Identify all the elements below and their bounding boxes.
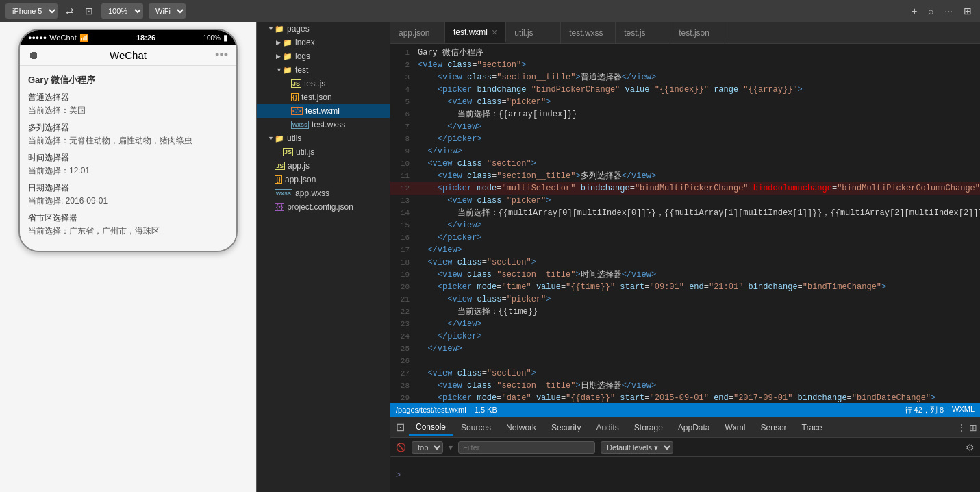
devtools-more-icon[interactable]: ⋮ bbox=[957, 422, 966, 433]
wifi-icon: 📶 bbox=[79, 34, 89, 42]
code-line-5: 5 <view class="picker"> bbox=[390, 96, 980, 108]
phone-content: Gary 微信小程序 普通选择器 当前选择：美国 多列选择器 当前选择：无脊柱动… bbox=[20, 66, 236, 251]
code-line-1: 1 Gary 微信小程序 bbox=[390, 47, 980, 59]
devtools-inspect-icon[interactable]: ⊡ bbox=[393, 419, 407, 435]
levels-select[interactable]: Default levels ▾ bbox=[601, 441, 673, 454]
dock-button[interactable]: ⊞ bbox=[961, 4, 975, 18]
devtool-tab-audits[interactable]: Audits bbox=[589, 420, 625, 435]
devtools-dock-icon[interactable]: ⊞ bbox=[969, 422, 977, 433]
maximize-button[interactable]: ⊡ bbox=[82, 4, 96, 18]
nav-dots-icon: ••• bbox=[215, 48, 228, 62]
filesize-label: 1.5 KB bbox=[475, 406, 497, 414]
devtool-tab-sources[interactable]: Sources bbox=[454, 420, 498, 435]
code-line-4: 4 <picker bindchange="bindPickerChange" … bbox=[390, 84, 980, 96]
filepath-label: /pages/test/test.wxml bbox=[396, 406, 466, 414]
folder-logs-label: logs bbox=[295, 51, 310, 61]
code-line-10: 10 <view class="section"> bbox=[390, 158, 980, 170]
console-clear-icon[interactable]: 🚫 bbox=[396, 443, 406, 452]
tab-test-wxml-label: test.wxml bbox=[453, 27, 488, 37]
item-normal-selector-value: 当前选择：美国 bbox=[28, 105, 228, 116]
file-test-wxml-label: test.wxml bbox=[305, 106, 340, 116]
code-line-27: 27 <view class="section"> bbox=[390, 367, 980, 380]
battery-icon: ▮ bbox=[223, 33, 228, 42]
code-line-23: 23 </view> bbox=[390, 318, 980, 330]
code-area[interactable]: 1 Gary 微信小程序 2 <view class="section"> 3 … bbox=[390, 44, 980, 403]
file-app-wxss[interactable]: wxss app.wxss bbox=[257, 186, 390, 200]
tab-app-json-label: app.json bbox=[399, 28, 429, 38]
code-line-15: 15 </view> bbox=[390, 219, 980, 232]
tab-app-json[interactable]: app.json bbox=[390, 22, 445, 43]
file-app-js[interactable]: JS app.js bbox=[257, 159, 390, 173]
file-test-wxss[interactable]: wxss test.wxss bbox=[257, 118, 390, 132]
tab-test-json[interactable]: test.json bbox=[670, 22, 725, 43]
folder-logs[interactable]: ▶📁 logs bbox=[257, 49, 390, 63]
devtool-tab-trace[interactable]: Trace bbox=[795, 420, 829, 435]
record-button: ⏺ bbox=[28, 49, 39, 62]
more-button[interactable]: ··· bbox=[942, 4, 955, 18]
devtool-tab-storage[interactable]: Storage bbox=[627, 420, 670, 435]
item-time-selector-value: 当前选择：12:01 bbox=[28, 165, 228, 177]
folder-utils[interactable]: ▼📁 utils bbox=[257, 132, 390, 145]
code-line-11: 11 <view class="section__title">多列选择器</v… bbox=[390, 170, 980, 182]
devtool-tab-appdata[interactable]: AppData bbox=[671, 420, 717, 435]
tab-test-js[interactable]: test.js bbox=[616, 22, 670, 43]
add-button[interactable]: + bbox=[909, 4, 920, 18]
code-line-3: 3 <view class="section__title">普通选择器</vi… bbox=[390, 71, 980, 84]
file-panel: ▼📁 pages ▶📁 index ▶📁 logs ▼📁 test JS tes… bbox=[257, 22, 390, 492]
file-test-json[interactable]: {} test.json bbox=[257, 90, 390, 104]
zoom-selector[interactable]: 100% bbox=[101, 3, 143, 19]
phone-status-bar: ●●●●● WeChat 📶 18:26 100% ▮ bbox=[20, 30, 236, 45]
item-normal-selector-title: 普通选择器 bbox=[28, 92, 228, 103]
tab-util-js[interactable]: util.js bbox=[506, 22, 561, 43]
file-test-json-label: test.json bbox=[301, 93, 332, 102]
signal-icon: ●●●●● bbox=[28, 34, 47, 41]
code-line-9: 9 </view> bbox=[390, 145, 980, 158]
devtools-panel: ⊡ Console Sources Network Security Audit… bbox=[390, 417, 980, 492]
devtool-tab-sensor[interactable]: Sensor bbox=[754, 420, 794, 435]
item-multi-selector-title: 多列选择器 bbox=[28, 122, 228, 134]
tab-test-json-label: test.json bbox=[679, 28, 709, 38]
devtool-tab-security[interactable]: Security bbox=[544, 420, 588, 435]
folder-utils-label: utils bbox=[287, 134, 301, 143]
rotate-button[interactable]: ⇄ bbox=[63, 4, 77, 18]
file-test-js[interactable]: JS test.js bbox=[257, 77, 390, 90]
file-project-config-label: project.config.json bbox=[287, 202, 353, 212]
item-date-selector-title: 日期选择器 bbox=[28, 182, 228, 194]
code-line-24: 24 </picker> bbox=[390, 330, 980, 343]
device-selector[interactable]: iPhone 5 bbox=[5, 3, 58, 19]
main-area: ●●●●● WeChat 📶 18:26 100% ▮ WeChat ••• ⏺… bbox=[0, 22, 980, 492]
code-line-8: 8 </picker> bbox=[390, 133, 980, 145]
folder-test[interactable]: ▼📁 test bbox=[257, 63, 390, 77]
search-button[interactable]: ⌕ bbox=[925, 4, 936, 18]
tab-close-test-wxml[interactable]: × bbox=[492, 27, 497, 38]
file-project-config[interactable]: {•} project.config.json bbox=[257, 200, 390, 214]
code-line-26: 26 bbox=[390, 355, 980, 367]
console-settings-icon[interactable]: ⚙ bbox=[966, 442, 975, 453]
file-util-js[interactable]: JS util.js bbox=[257, 145, 390, 159]
code-line-2: 2 <view class="section"> bbox=[390, 59, 980, 71]
phone-panel: ●●●●● WeChat 📶 18:26 100% ▮ WeChat ••• ⏺… bbox=[0, 22, 257, 492]
item-multi-selector-value: 当前选择：无脊柱动物，扁性动物，猪肉绦虫 bbox=[28, 135, 228, 147]
filter-input[interactable] bbox=[458, 441, 595, 454]
tab-test-wxss-label: test.wxss bbox=[569, 28, 603, 38]
devtool-tab-wxml[interactable]: Wxml bbox=[718, 420, 753, 435]
item-region-selector-title: 省市区选择器 bbox=[28, 212, 228, 224]
devtools-icons: ⋮ ⊞ bbox=[957, 422, 977, 433]
item-date-selector-value: 当前选择: 2016-09-01 bbox=[28, 195, 228, 207]
file-test-wxml[interactable]: </> test.wxml bbox=[257, 104, 390, 118]
network-selector[interactable]: WiFi bbox=[149, 3, 186, 19]
folder-test-label: test bbox=[295, 65, 308, 75]
folder-index[interactable]: ▶📁 index bbox=[257, 36, 390, 49]
console-context-select[interactable]: top bbox=[412, 441, 443, 454]
file-app-json[interactable]: {} app.json bbox=[257, 173, 390, 186]
code-line-19: 19 <view class="section__title">时间选择器</v… bbox=[390, 269, 980, 281]
devtool-tab-network[interactable]: Network bbox=[499, 420, 543, 435]
top-bar: iPhone 5 ⇄ ⊡ 100% WiFi + ⌕ ··· ⊞ bbox=[0, 0, 980, 22]
code-line-29: 29 <picker mode="date" value="{{date}}" … bbox=[390, 392, 980, 403]
code-line-21: 21 <view class="picker"> bbox=[390, 293, 980, 306]
devtool-tab-console[interactable]: Console bbox=[409, 419, 453, 436]
tab-test-wxss[interactable]: test.wxss bbox=[561, 22, 616, 43]
tab-test-wxml[interactable]: test.wxml × bbox=[445, 22, 506, 43]
time-display: 18:26 bbox=[136, 34, 155, 42]
folder-pages[interactable]: ▼📁 pages bbox=[257, 22, 390, 36]
